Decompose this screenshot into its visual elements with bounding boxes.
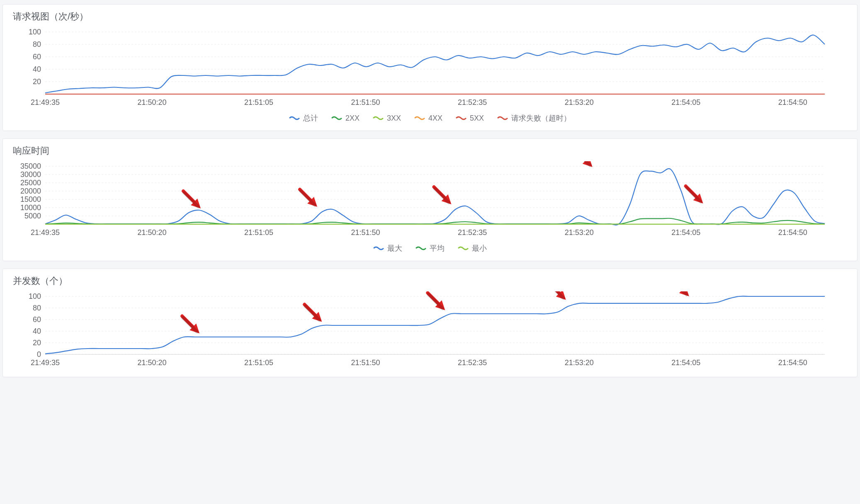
chart-panel-requests: 请求视图（次/秒）2040608010021:49:3521:50:2021:5… — [2, 4, 858, 131]
y-tick-label: 40 — [33, 65, 41, 73]
legend-item[interactable]: 平均 — [415, 243, 445, 253]
chart-area[interactable]: 02040608010021:49:3521:50:2021:51:0521:5… — [12, 291, 848, 369]
annotation-arrow — [183, 191, 201, 208]
chart-legend: 最大平均最小 — [12, 243, 848, 253]
annotation-arrow — [428, 293, 445, 310]
svg-line-34 — [305, 306, 319, 320]
x-tick-label: 21:51:05 — [244, 228, 273, 237]
x-tick-label: 21:51:50 — [351, 98, 380, 107]
x-tick-label: 21:53:20 — [565, 359, 594, 367]
x-tick-label: 21:50:20 — [137, 359, 166, 367]
chart-area[interactable]: 500010000150002000025000300003500021:49:… — [12, 161, 848, 239]
y-tick-label: 5000 — [24, 212, 41, 220]
x-tick-label: 21:52:35 — [458, 359, 487, 367]
svg-line-17 — [301, 191, 315, 205]
chart-title: 请求视图（次/秒） — [13, 10, 848, 23]
annotation-arrow — [686, 186, 703, 204]
chart-title: 并发数（个） — [13, 275, 848, 287]
chart-legend: 总计2XX3XX4XX5XX请求失败（超时） — [12, 113, 848, 123]
x-tick-label: 21:50:20 — [137, 98, 166, 107]
legend-label: 最大 — [387, 243, 402, 253]
legend-label: 最小 — [472, 243, 487, 253]
svg-line-19 — [435, 189, 449, 203]
series-并发 — [45, 296, 825, 354]
x-tick-label: 21:51:05 — [244, 98, 273, 107]
annotation-arrow — [304, 305, 322, 322]
x-tick-label: 21:50:20 — [137, 228, 166, 237]
x-tick-label: 21:49:35 — [31, 359, 60, 367]
svg-line-32 — [183, 318, 197, 332]
y-tick-label: 15000 — [20, 195, 41, 204]
legend-label: 4XX — [428, 114, 442, 123]
annotation-arrow — [182, 316, 199, 334]
legend-item[interactable]: 4XX — [414, 113, 442, 123]
legend-item[interactable]: 3XX — [373, 113, 401, 123]
y-tick-label: 40 — [33, 327, 41, 335]
y-tick-label: 100 — [29, 292, 41, 300]
legend-item[interactable]: 2XX — [331, 113, 360, 123]
legend-item[interactable]: 最小 — [458, 243, 487, 253]
y-tick-label: 80 — [33, 304, 41, 312]
x-tick-label: 21:54:05 — [671, 228, 700, 237]
legend-label: 总计 — [303, 113, 318, 123]
legend-label: 平均 — [430, 243, 445, 253]
annotation-arrow — [672, 291, 689, 296]
annotation-arrow — [549, 291, 566, 300]
y-tick-label: 0 — [37, 350, 41, 359]
annotation-arrow — [434, 187, 452, 204]
y-tick-label: 20000 — [20, 187, 41, 195]
y-tick-label: 10000 — [20, 204, 41, 212]
legend-label: 5XX — [470, 114, 484, 123]
x-tick-label: 21:54:05 — [671, 359, 700, 367]
y-tick-label: 20 — [33, 78, 41, 86]
legend-label: 3XX — [387, 114, 401, 123]
x-tick-label: 21:52:35 — [458, 228, 487, 237]
x-tick-label: 21:54:05 — [671, 98, 700, 107]
x-tick-label: 21:49:35 — [31, 228, 60, 237]
x-tick-label: 21:53:20 — [565, 228, 594, 237]
svg-line-23 — [687, 188, 701, 202]
legend-label: 请求失败（超时） — [511, 113, 571, 123]
x-tick-label: 21:51:50 — [351, 359, 380, 367]
legend-item[interactable]: 5XX — [456, 113, 484, 123]
x-tick-label: 21:52:35 — [458, 98, 487, 107]
x-tick-label: 21:54:50 — [778, 359, 807, 367]
x-tick-label: 21:54:50 — [778, 228, 807, 237]
y-tick-label: 60 — [33, 315, 41, 324]
chart-panel-concurrency: 并发数（个）02040608010021:49:3521:50:2021:51:… — [2, 269, 858, 377]
legend-item[interactable]: 请求失败（超时） — [497, 113, 571, 123]
y-tick-label: 25000 — [20, 179, 41, 187]
y-tick-label: 30000 — [20, 170, 41, 179]
svg-line-36 — [428, 295, 442, 309]
series-总计 — [45, 35, 825, 93]
x-tick-label: 21:49:35 — [31, 98, 60, 107]
y-tick-label: 20 — [33, 339, 41, 347]
y-tick-label: 35000 — [20, 162, 41, 170]
series-最大 — [45, 169, 825, 225]
legend-item[interactable]: 最大 — [373, 243, 402, 253]
y-tick-label: 60 — [33, 53, 41, 61]
chart-title: 响应时间 — [13, 145, 848, 157]
svg-line-15 — [184, 193, 198, 207]
x-tick-label: 21:51:05 — [244, 359, 273, 367]
annotation-arrow — [300, 189, 317, 207]
y-tick-label: 80 — [33, 40, 41, 48]
x-tick-label: 21:51:50 — [351, 228, 380, 237]
chart-area[interactable]: 2040608010021:49:3521:50:2021:51:0521:51… — [12, 27, 848, 109]
y-tick-label: 100 — [29, 28, 41, 36]
legend-item[interactable]: 总计 — [289, 113, 318, 123]
x-tick-label: 21:53:20 — [565, 98, 594, 107]
chart-panel-response: 响应时间500010000150002000025000300003500021… — [2, 138, 858, 261]
x-tick-label: 21:54:50 — [778, 98, 807, 107]
legend-label: 2XX — [345, 114, 360, 123]
